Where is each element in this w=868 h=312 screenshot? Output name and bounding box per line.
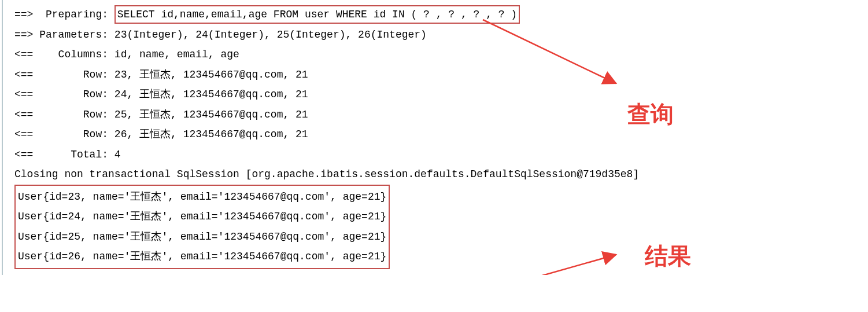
result-line: User{id=26, name='王恒杰', email='123454667… xyxy=(18,247,386,267)
log-line-row: <== Row: 25, 王恒杰, 123454667@qq.com, 21 xyxy=(3,105,868,125)
log-line-row: <== Row: 24, 王恒杰, 123454667@qq.com, 21 xyxy=(3,85,868,105)
console-output: ==> Preparing: SELECT id,name,email,age … xyxy=(2,0,868,275)
log-line-total: <== Total: 4 xyxy=(3,145,868,165)
results-highlight-box: User{id=23, name='王恒杰', email='123454667… xyxy=(14,185,390,269)
result-line: User{id=23, name='王恒杰', email='123454667… xyxy=(18,187,386,207)
log-line-preparing: ==> Preparing: SELECT id,name,email,age … xyxy=(3,5,868,25)
log-line-parameters: ==> Parameters: 23(Integer), 24(Integer)… xyxy=(3,25,868,45)
sql-highlight-box: SELECT id,name,email,age FROM user WHERE… xyxy=(114,5,520,24)
arrow-icon xyxy=(477,243,627,275)
svg-line-1 xyxy=(483,255,616,275)
log-line-columns: <== Columns: id, name, email, age xyxy=(3,45,868,65)
log-prefix: ==> Preparing: xyxy=(14,9,114,20)
log-line-row: <== Row: 26, 王恒杰, 123454667@qq.com, 21 xyxy=(3,124,868,145)
result-line: User{id=24, name='王恒杰', email='123454667… xyxy=(18,207,386,227)
log-line-closing: Closing non transactional SqlSession [or… xyxy=(3,164,868,185)
annotation-result: 结果 xyxy=(645,240,691,272)
result-line: User{id=25, name='王恒杰', email='123454667… xyxy=(18,227,386,247)
log-line-row: <== Row: 23, 王恒杰, 123454667@qq.com, 21 xyxy=(3,65,868,85)
